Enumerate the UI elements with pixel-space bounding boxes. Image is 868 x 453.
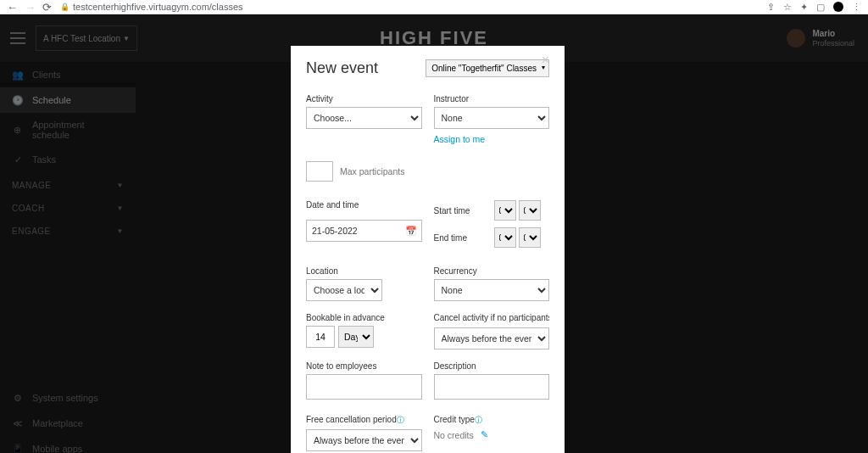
chevron-down-icon: ▼ <box>117 227 124 235</box>
new-event-modal: × New event Online "Togetherfit" Classes… <box>291 46 565 453</box>
event-type-value: Online "Togetherfit" Classes <box>431 64 537 73</box>
activity-select[interactable]: Choose... <box>306 107 422 129</box>
sidebar-label: Schedule <box>32 95 71 105</box>
location-label: Location <box>306 266 422 276</box>
end-minute-select[interactable]: 00 <box>519 227 541 248</box>
start-hour-select[interactable]: 00 <box>494 200 516 221</box>
mobile-icon: 📱 <box>12 443 24 453</box>
browser-chrome: ← → ⟳ 🔒 testcenterhighfive.virtuagym.com… <box>0 0 868 14</box>
location-select[interactable]: Choose a location <box>306 279 382 301</box>
sidebar-item-mobile-apps[interactable]: 📱 Mobile apps <box>0 436 136 453</box>
sidebar-label: Tasks <box>32 154 56 165</box>
sidebar-item-clients[interactable]: 👥 Clients <box>0 62 136 87</box>
sidebar-item-appointment[interactable]: ⊕ Appointment schedule <box>0 113 136 147</box>
sidebar: 👥 Clients 🕑 Schedule ⊕ Appointment sched… <box>0 14 136 453</box>
sidebar-section-engage[interactable]: ENGAGE ▼ <box>0 218 136 241</box>
event-type-select[interactable]: Online "Togetherfit" Classes <box>426 59 549 77</box>
recurrency-label: Recurrency <box>434 266 550 276</box>
share-icon[interactable]: ⇪ <box>767 2 775 13</box>
recurrency-select[interactable]: None <box>434 279 550 301</box>
max-participants-label: Max participants <box>340 166 404 176</box>
free-cancel-select[interactable]: Always before the event starts <box>306 429 422 451</box>
bookable-days-input[interactable] <box>306 326 335 348</box>
end-hour-select[interactable]: 00 <box>494 227 516 248</box>
activity-label: Activity <box>306 94 422 103</box>
back-icon[interactable]: ← <box>7 2 18 13</box>
app-root: A HFC Test Location ▼ HIGH FIVE Mario Pr… <box>0 14 868 453</box>
description-label: Description <box>434 361 550 371</box>
start-time-label: Start time <box>434 206 492 215</box>
sidebar-item-schedule[interactable]: 🕑 Schedule <box>0 87 136 113</box>
instructor-select[interactable]: None <box>434 107 550 129</box>
instructor-label: Instructor <box>434 94 550 103</box>
credit-label: Credit typeⓘ <box>434 415 550 426</box>
lock-icon: 🔒 <box>60 3 70 11</box>
note-textarea[interactable] <box>306 374 422 400</box>
gear-icon: ⚙ <box>12 392 24 404</box>
chevron-down-icon: ▼ <box>117 182 124 189</box>
info-icon[interactable]: ⓘ <box>397 416 404 424</box>
chevron-down-icon: ▼ <box>117 204 124 212</box>
sidebar-label: Appointment schedule <box>32 120 124 140</box>
sidebar-label: Clients <box>32 70 61 80</box>
description-textarea[interactable] <box>434 374 550 400</box>
cancel-label: Cancel activity if no participants:ⓘ <box>434 313 550 324</box>
share-icon: ≪ <box>12 417 24 429</box>
section-label: ENGAGE <box>12 226 51 236</box>
section-label: MANAGE <box>12 181 51 190</box>
appointment-icon: ⊕ <box>12 124 24 136</box>
sidebar-item-tasks[interactable]: ✓ Tasks <box>0 147 136 172</box>
end-time-label: End time <box>434 233 492 243</box>
free-cancel-label: Free cancellation periodⓘ <box>306 415 422 426</box>
tasks-icon: ✓ <box>12 154 24 165</box>
sidebar-section-coach[interactable]: COACH ▼ <box>0 195 136 218</box>
address-bar[interactable]: 🔒 testcenterhighfive.virtuagym.com/class… <box>60 2 759 12</box>
sidebar-section-manage[interactable]: MANAGE ▼ <box>0 172 136 195</box>
sidebar-label: Marketplace <box>32 418 83 428</box>
edit-icon[interactable]: ✎ <box>481 429 488 440</box>
schedule-icon: 🕑 <box>12 94 24 106</box>
info-icon[interactable]: ⓘ <box>475 416 482 424</box>
url-text: testcenterhighfive.virtuagym.com/classes <box>73 2 243 12</box>
section-label: COACH <box>12 204 45 213</box>
date-label: Date and time <box>306 200 422 210</box>
sidebar-item-system-settings[interactable]: ⚙ System settings <box>0 385 136 411</box>
assign-to-me-link[interactable]: Assign to me <box>434 134 486 144</box>
date-input[interactable] <box>306 220 422 242</box>
cancel-select[interactable]: Always before the event starts <box>434 327 550 350</box>
note-label: Note to employees <box>306 361 422 371</box>
sidebar-label: System settings <box>32 393 98 403</box>
star-icon[interactable]: ☆ <box>783 2 792 13</box>
no-credits-text: No credits <box>434 430 474 440</box>
close-icon[interactable]: × <box>542 53 549 68</box>
forward-icon[interactable]: → <box>25 2 36 13</box>
window-icon[interactable]: ▢ <box>816 2 825 13</box>
modal-title: New event <box>306 59 378 77</box>
menu-icon[interactable]: ⋮ <box>852 2 861 13</box>
clients-icon: 👥 <box>12 69 24 81</box>
reload-icon[interactable]: ⟳ <box>42 2 52 13</box>
sidebar-item-marketplace[interactable]: ≪ Marketplace <box>0 411 136 436</box>
bookable-unit-select[interactable]: Days <box>338 326 374 348</box>
bookable-label: Bookable in advance <box>306 313 422 322</box>
max-participants-input[interactable] <box>306 161 333 182</box>
start-minute-select[interactable]: 00 <box>519 200 541 221</box>
profile-avatar[interactable] <box>833 2 843 12</box>
extensions-icon[interactable]: ✦ <box>800 2 808 13</box>
sidebar-label: Mobile apps <box>32 444 82 453</box>
